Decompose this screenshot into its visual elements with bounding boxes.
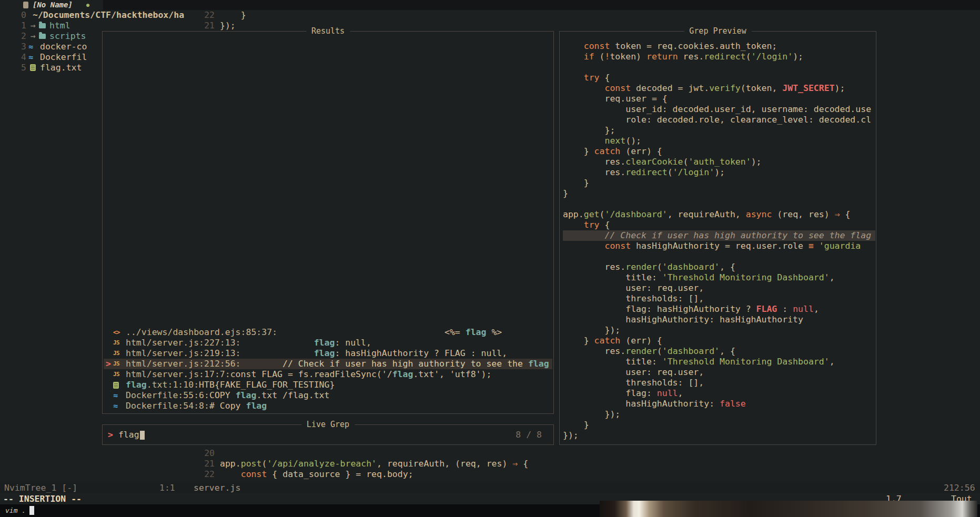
- tree-item--documents-ctf-hackthebox-ha[interactable]: 0~/Documents/CTF/hackthebox/ha: [0, 10, 185, 21]
- line-number: 20: [200, 448, 215, 459]
- tree-item-label: Dockerfil: [40, 52, 87, 63]
- js-icon: JS: [113, 348, 119, 359]
- preview-line: user: req.user,: [563, 367, 875, 378]
- selection-caret-icon: >: [104, 359, 113, 369]
- results-title: Results: [306, 26, 350, 36]
- preview-line: [563, 251, 875, 262]
- line-number: 2: [13, 31, 26, 42]
- tree-item-label: flag.txt: [40, 63, 82, 73]
- caret-spacer: [104, 369, 113, 380]
- preview-line: try {: [563, 220, 875, 230]
- preview-line: }: [563, 178, 875, 188]
- filetype-icon-cell: ≈: [113, 390, 126, 401]
- preview-line: hasHighAuthority: false: [563, 399, 875, 409]
- preview-line: const decoded = jwt.verify(token, JWT_SE…: [563, 83, 875, 94]
- result-counter: 8 / 8: [516, 430, 542, 440]
- fold-arrow-icon[interactable]: →: [31, 31, 36, 42]
- caret-spacer: [104, 380, 113, 390]
- tree-item-label: scripts: [49, 31, 86, 42]
- result-text: html/server.js:219:13: flag: hasHighAuth…: [126, 348, 552, 359]
- buffer-line-text: [220, 448, 225, 459]
- preview-line: try {: [563, 73, 875, 83]
- filetype-icon-cell: JS: [113, 369, 126, 380]
- statusline: NvimTree_1 [-] 1:1 server.js 212:56: [0, 482, 980, 493]
- result-row[interactable]: >JShtml/server.js:212:56: // Check if us…: [104, 359, 552, 369]
- mode-indicator: -- INSERTION --: [3, 493, 82, 504]
- docker-icon: ≈: [28, 42, 33, 52]
- preview-line: }: [563, 420, 875, 430]
- ejs-icon: <>: [113, 327, 119, 338]
- preview-line: res.render('dashboard', {: [563, 262, 875, 272]
- js-icon: JS: [113, 359, 119, 369]
- tree-item-label: html: [49, 21, 70, 31]
- result-row[interactable]: ≈Dockerfile:55:6:COPY flag.txt /flag.txt: [104, 390, 552, 401]
- preview-line: hasHighAuthority: hasHighAuthority: [563, 315, 875, 325]
- result-row[interactable]: JShtml/server.js:17:7:const FLAG = fs.re…: [104, 369, 552, 380]
- buffer-line-text: }: [220, 10, 246, 21]
- preview-line: };: [563, 125, 875, 136]
- js-icon: JS: [113, 369, 119, 380]
- preview-line: } catch (err) {: [563, 336, 875, 346]
- statusline-tree-buffer: NvimTree_1 [-]: [4, 482, 77, 493]
- preview-code: const token = req.cookies.auth_token; if…: [563, 41, 875, 444]
- doc-icon: [113, 382, 119, 389]
- results-panel: Results <>../views/dashboard.ejs:85:37: …: [102, 31, 554, 414]
- docker-icon: ≈: [28, 52, 33, 63]
- preview-line: res.redirect('/login');: [563, 167, 875, 178]
- result-row[interactable]: ≈Dockerfile:54:8:# Copy flag: [104, 401, 552, 411]
- statusline-tree-position: 1:1: [159, 482, 175, 493]
- result-row[interactable]: flag.txt:1:10:HTB{FAKE_FLAG_FOR_TESTING}: [104, 380, 552, 390]
- result-row[interactable]: <>../views/dashboard.ejs:85:37: <%= flag…: [104, 327, 552, 338]
- preview-line: } catch (err) {: [563, 146, 875, 157]
- prompt-panel[interactable]: Live Grep >flag 8 / 8: [102, 424, 554, 445]
- preview-line: if (!token) return res.redirect('/login'…: [563, 52, 875, 62]
- preview-line: title: 'Threshold Monitoring Dashboard',: [563, 357, 875, 367]
- preview-line: [563, 199, 875, 209]
- preview-line: user_id: decoded.user_id, username: deco…: [563, 104, 875, 115]
- fold-arrow-icon[interactable]: →: [31, 21, 36, 31]
- prompt-line[interactable]: >flag 8 / 8: [108, 430, 548, 440]
- result-row[interactable]: JShtml/server.js:227:13: flag: null,: [104, 338, 552, 348]
- filetype-icon-cell: <>: [113, 327, 126, 338]
- preview-line: });: [563, 409, 875, 420]
- result-text: ../views/dashboard.ejs:85:37: <%= flag %…: [126, 327, 552, 338]
- line-number: 4: [13, 52, 26, 63]
- filetype-icon-cell: JS: [113, 348, 126, 359]
- line-number: 21: [200, 459, 215, 469]
- docker-icon: ≈: [113, 401, 118, 411]
- caret-spacer: [104, 338, 113, 348]
- tree-item-html[interactable]: 1→html: [0, 21, 185, 31]
- result-text: Dockerfile:55:6:COPY flag.txt /flag.txt: [126, 390, 552, 401]
- filetype-icon-cell: JS: [113, 359, 126, 369]
- buffer-line-text: });: [220, 21, 236, 31]
- search-input[interactable]: flag: [118, 430, 139, 440]
- prompt-title: Live Grep: [301, 419, 355, 430]
- buffer-line-text: const { data_source } = req.body;: [220, 469, 413, 480]
- preview-line: res.clearCookie('auth_token');: [563, 157, 875, 167]
- result-text: html/server.js:227:13: flag: null,: [126, 338, 552, 348]
- preview-line: });: [563, 430, 875, 441]
- tree-item-label: docker-co: [40, 42, 87, 52]
- result-text: html/server.js:212:56: // Check if user …: [126, 359, 552, 369]
- preview-line: const hasHighAuthority = req.user.role ≡…: [563, 241, 875, 251]
- caret-spacer: [104, 348, 113, 359]
- tree-item-label: ~/Documents/CTF/hackthebox/ha: [33, 10, 184, 21]
- doc-icon: [30, 64, 36, 71]
- folder-icon: [39, 23, 46, 28]
- filetype-icon-cell: [113, 382, 126, 389]
- filetype-icon-cell: JS: [113, 338, 126, 348]
- line-number: 3: [13, 42, 26, 52]
- preview-line: [563, 62, 875, 73]
- line-number: 22: [200, 469, 215, 480]
- result-row[interactable]: JShtml/server.js:219:13: flag: hasHighAu…: [104, 348, 552, 359]
- line-number: 0: [13, 10, 26, 21]
- preview-line: flag: null,: [563, 388, 875, 399]
- preview-line: req.user = {: [563, 94, 875, 104]
- preview-line: next();: [563, 136, 875, 146]
- preview-line: role: decoded.role, clearance_level: dec…: [563, 115, 875, 125]
- terminal-cursor-block: [29, 506, 34, 515]
- cursor-block: [140, 431, 145, 440]
- preview-line: }: [563, 188, 875, 199]
- preview-panel[interactable]: Grep Preview const token = req.cookies.a…: [559, 31, 876, 445]
- js-icon: JS: [113, 338, 119, 348]
